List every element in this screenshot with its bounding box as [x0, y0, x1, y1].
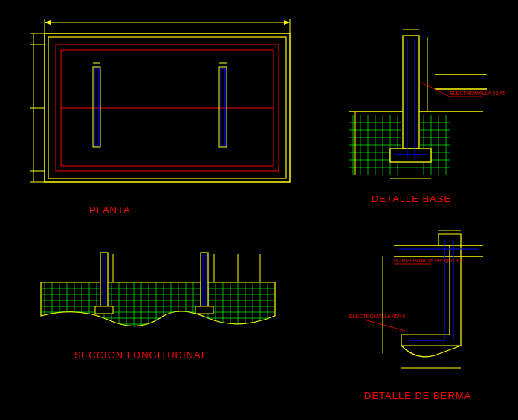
electromalla-annotation-2: ELECTROMALLA 45/45	[349, 314, 405, 319]
svg-line-112	[364, 320, 405, 331]
horizontal-annotation: HORIZONTAL Ø 3/8" @ 0.30	[394, 258, 462, 263]
detalle-berma-title: DETALLE DE BERMA	[364, 390, 471, 401]
detalle-berma-drawing: HORIZONTAL Ø 3/8" @ 0.30 ELECTROMALLA 45…	[0, 0, 518, 420]
